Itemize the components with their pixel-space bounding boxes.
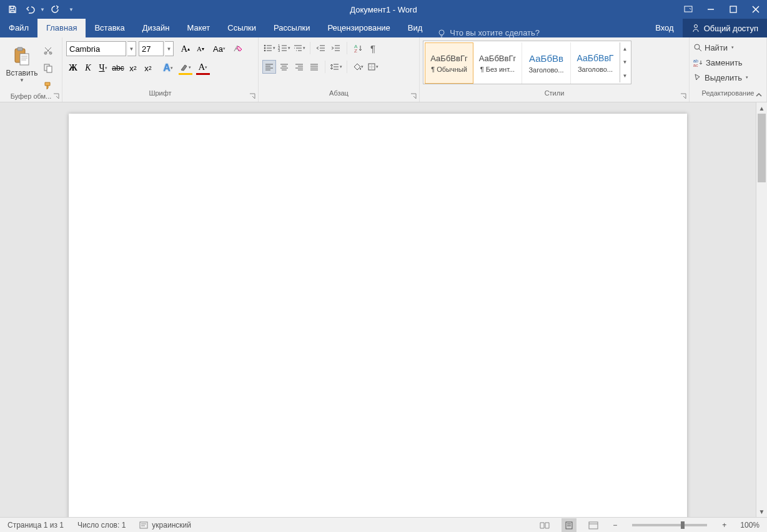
svg-text:3: 3 (278, 49, 280, 52)
line-spacing-button[interactable]: ▾ (329, 60, 343, 74)
text-effects-button[interactable]: A▾ (161, 61, 175, 75)
maximize-button[interactable] (722, 0, 745, 19)
underline-button[interactable]: Ч▾ (96, 61, 110, 75)
read-mode-button[interactable] (537, 518, 553, 532)
scroll-thumb[interactable] (758, 114, 766, 182)
styles-expand[interactable]: ▼ (620, 69, 630, 82)
grow-font-button[interactable]: A▴ (179, 42, 192, 56)
subscript-button[interactable]: x2 (126, 61, 140, 75)
replace-button[interactable]: abac Заменить (691, 55, 745, 70)
style-normal[interactable]: АаБбВвГг ¶ Обычный (425, 42, 473, 84)
zoom-level[interactable]: 100% (738, 518, 762, 532)
tab-insert[interactable]: Вставка (86, 19, 133, 37)
collapse-ribbon-button[interactable] (753, 89, 765, 101)
italic-button[interactable]: К (81, 61, 95, 75)
style-heading1[interactable]: АаБбВв Заголово... (522, 42, 571, 84)
styles-scroll-up[interactable]: ▲ (620, 42, 630, 56)
align-left-button[interactable] (262, 60, 276, 74)
status-word-count[interactable]: Число слов: 1 (75, 518, 128, 532)
find-button[interactable]: Найти▾ (691, 40, 736, 55)
borders-button[interactable]: ▾ (366, 60, 380, 74)
font-color-button[interactable]: A▾ (196, 61, 210, 75)
document-page[interactable] (69, 114, 687, 517)
copy-button[interactable] (41, 61, 55, 75)
change-case-button[interactable]: Aa▾ (212, 42, 226, 56)
undo-dropdown[interactable]: ▼ (40, 7, 45, 12)
document-area[interactable] (0, 102, 756, 517)
tab-home[interactable]: Главная (37, 19, 86, 37)
scroll-up-button[interactable]: ▲ (756, 102, 767, 114)
indent-icon (331, 44, 341, 52)
tab-layout[interactable]: Макет (178, 19, 219, 37)
show-marks-button[interactable]: ¶ (366, 41, 380, 55)
format-painter-button[interactable] (41, 79, 55, 92)
save-button[interactable] (5, 2, 20, 17)
replace-icon: abac (693, 58, 703, 67)
multilevel-list-button[interactable]: ▾ (292, 41, 306, 55)
redo-button[interactable] (47, 2, 62, 17)
paragraph-dialog-launcher[interactable] (409, 92, 418, 101)
style-heading2[interactable]: АаБбВвГ Заголово... (571, 42, 620, 84)
search-icon (693, 43, 702, 52)
font-name-input[interactable] (66, 41, 126, 56)
font-dialog-launcher[interactable] (248, 92, 257, 101)
signin-button[interactable]: Вход (646, 19, 682, 37)
status-language[interactable]: украинский (137, 518, 194, 532)
decrease-indent-button[interactable] (314, 41, 328, 55)
vertical-scrollbar[interactable]: ▲ ▼ (756, 102, 767, 517)
web-layout-button[interactable] (585, 518, 601, 532)
status-page[interactable]: Страница 1 из 1 (5, 518, 66, 532)
strikethrough-button[interactable]: abc (111, 61, 125, 75)
print-layout-button[interactable] (562, 518, 576, 532)
select-button[interactable]: Выделить▾ (691, 70, 751, 85)
scroll-down-button[interactable]: ▼ (756, 506, 767, 517)
align-center-button[interactable] (277, 60, 291, 74)
minimize-button[interactable] (700, 0, 722, 19)
share-button[interactable]: Общий доступ (683, 19, 767, 37)
tab-view[interactable]: Вид (399, 19, 432, 37)
font-size-dropdown[interactable]: ▼ (165, 41, 174, 56)
qat-customize[interactable]: ▼ (69, 7, 74, 12)
increase-indent-button[interactable] (329, 41, 343, 55)
tab-review[interactable]: Рецензирование (319, 19, 398, 37)
bullets-button[interactable]: ▾ (262, 41, 276, 55)
share-label: Общий доступ (704, 24, 758, 33)
zoom-in-button[interactable]: + (720, 518, 729, 532)
align-right-button[interactable] (292, 60, 306, 74)
tab-file[interactable]: Файл (0, 19, 37, 37)
paste-button[interactable]: Вставить ▼ (4, 40, 40, 89)
undo-button[interactable] (22, 2, 37, 17)
zoom-out-button[interactable]: − (610, 518, 620, 532)
styles-scroll-down[interactable]: ▼ (620, 56, 630, 69)
shading-button[interactable]: ▾ (351, 60, 365, 74)
highlight-button[interactable]: ▾ (179, 61, 192, 75)
tab-references[interactable]: Ссылки (219, 19, 265, 37)
styles-dialog-launcher[interactable] (679, 92, 688, 101)
minimize-icon (707, 6, 715, 13)
zoom-slider[interactable] (632, 524, 707, 526)
save-icon (8, 5, 17, 14)
superscript-button[interactable]: x2 (141, 61, 155, 75)
tab-mailings[interactable]: Рассылки (265, 19, 319, 37)
quick-access-toolbar: ▼ ▼ (0, 2, 74, 17)
numbering-button[interactable]: 123▾ (277, 41, 291, 55)
tell-me-search[interactable]: Что вы хотите сделать? (431, 28, 546, 37)
zoom-slider-thumb[interactable] (681, 521, 685, 529)
ribbon-display-button[interactable] (677, 0, 700, 19)
style-no-spacing[interactable]: АаБбВвГг ¶ Без инт... (473, 42, 522, 84)
tab-design[interactable]: Дизайн (134, 19, 179, 37)
cut-button[interactable] (41, 44, 55, 57)
font-name-dropdown[interactable]: ▼ (127, 41, 136, 56)
clear-formatting-button[interactable]: A (231, 42, 245, 56)
sort-button[interactable]: AZ (351, 41, 365, 55)
paste-label: Вставить (6, 69, 38, 77)
scroll-track[interactable] (756, 114, 767, 506)
close-button[interactable] (745, 0, 767, 19)
shrink-font-button[interactable]: A▾ (194, 42, 207, 56)
paste-icon (12, 46, 31, 69)
font-size-input[interactable] (139, 41, 164, 56)
clipboard-dialog-launcher[interactable] (52, 92, 61, 101)
svg-rect-5 (17, 47, 22, 51)
bold-button[interactable]: Ж (66, 61, 80, 75)
justify-button[interactable] (307, 60, 321, 74)
